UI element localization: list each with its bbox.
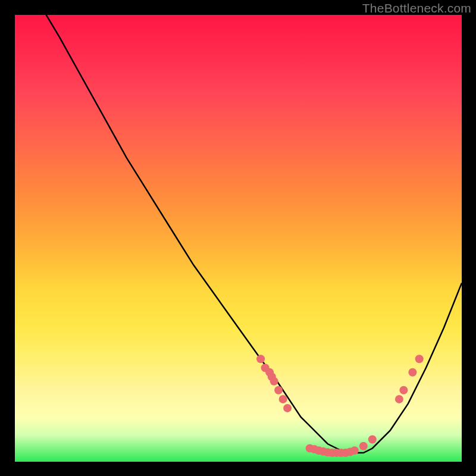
data-marker [399,386,408,394]
data-marker [256,355,265,363]
watermark-text: TheBottleneck.com [362,1,471,15]
bottleneck-curve [46,15,462,453]
data-marker [368,436,377,444]
data-marker [283,404,292,412]
data-marker [415,355,424,363]
data-marker [395,395,403,403]
curve-markers [256,355,424,457]
data-marker [359,442,368,450]
data-marker [279,395,287,403]
data-marker [350,446,359,455]
data-marker [270,377,278,386]
data-marker [274,386,283,394]
data-marker [408,368,416,377]
chart-frame [15,15,462,462]
chart-svg [15,15,462,462]
